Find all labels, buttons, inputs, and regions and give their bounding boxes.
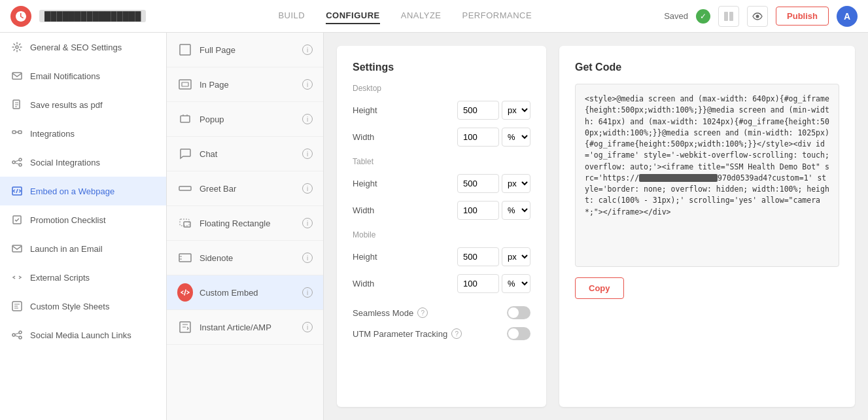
desktop-width-label: Width	[353, 132, 405, 142]
sidebar-item-save-results[interactable]: Save results as pdf	[0, 90, 166, 119]
mid-item-instant-article[interactable]: Instant Article/AMP i	[167, 310, 323, 345]
desktop-height-input-group: px%vh	[457, 101, 530, 120]
sidebar-item-launch-email[interactable]: Launch in an Email	[0, 234, 166, 263]
tablet-height-unit-select[interactable]: px%vh	[502, 174, 530, 193]
svg-rect-4	[12, 73, 22, 79]
tablet-width-unit-select[interactable]: %px	[502, 201, 530, 220]
sidenote-info-icon[interactable]: i	[302, 253, 313, 263]
seamless-mode-info-icon[interactable]: ?	[417, 307, 428, 318]
svg-rect-13	[12, 245, 22, 252]
mid-label-greet-bar: Greet Bar	[200, 184, 236, 194]
mobile-height-input[interactable]	[457, 247, 499, 266]
mobile-width-unit-select[interactable]: %px	[502, 274, 530, 293]
nav-right: Saved ✓ Publish A	[664, 6, 858, 27]
sidebar-label-social-integrations: Social Integrations	[30, 158, 100, 167]
nav-build[interactable]: BUILD	[278, 8, 305, 24]
full-page-info-icon[interactable]: i	[302, 44, 313, 55]
seamless-mode-row: Seamless Mode ?	[353, 306, 530, 319]
svg-rect-25	[179, 254, 191, 262]
mobile-width-input[interactable]	[457, 274, 499, 293]
sidebar-item-embed-webpage[interactable]: Embed on a Webpage	[0, 177, 166, 205]
svg-point-15	[12, 334, 15, 336]
sidebar-item-general-seo[interactable]: General & SEO Settings	[0, 33, 166, 61]
top-nav: ████████████████ BUILD CONFIGURE ANALYZE…	[0, 0, 868, 33]
chat-info-icon[interactable]: i	[302, 149, 313, 159]
mid-panel: Full Page i In Page i Popup i Chat i	[167, 33, 324, 420]
desktop-height-label: Height	[353, 105, 405, 115]
floating-rect-info-icon[interactable]: i	[302, 218, 313, 228]
sidebar-item-promotion-checklist[interactable]: Promotion Checklist	[0, 205, 166, 234]
sidebar-item-integrations[interactable]: Integrations	[0, 119, 166, 148]
scripts-icon	[10, 271, 24, 284]
desktop-width-input[interactable]	[457, 128, 499, 147]
saved-icon: ✓	[696, 9, 710, 24]
svg-point-10	[19, 164, 22, 166]
full-page-icon	[177, 42, 193, 58]
sidebar-label-promotion-checklist: Promotion Checklist	[30, 215, 106, 225]
settings-title: Settings	[353, 61, 530, 73]
custom-embed-icon	[177, 283, 193, 302]
mid-item-greet-bar[interactable]: Greet Bar i	[167, 171, 323, 206]
custom-embed-icon-wrapper	[177, 285, 193, 300]
nav-analyze[interactable]: ANALYZE	[401, 8, 442, 24]
tablet-height-input[interactable]	[457, 174, 499, 193]
in-page-info-icon[interactable]: i	[302, 79, 313, 90]
nav-performance[interactable]: PERFORMANCE	[462, 8, 532, 24]
mid-label-full-page: Full Page	[200, 45, 235, 55]
mobile-width-label: Width	[353, 279, 405, 289]
utm-tracking-info-icon[interactable]: ?	[451, 328, 462, 339]
style-icon	[10, 300, 24, 313]
svg-rect-1	[729, 12, 733, 21]
sidebar-item-email-notifications[interactable]: Email Notifications	[0, 61, 166, 90]
popup-info-icon[interactable]: i	[302, 114, 313, 124]
svg-point-9	[19, 158, 22, 161]
svg-rect-0	[724, 12, 728, 21]
mid-item-full-page[interactable]: Full Page i	[167, 33, 323, 67]
desktop-height-input[interactable]	[457, 101, 499, 120]
chat-icon	[177, 146, 193, 162]
svg-point-16	[19, 331, 22, 334]
app-logo	[10, 6, 31, 27]
mid-item-in-page[interactable]: In Page i	[167, 67, 323, 102]
preview-icon-btn[interactable]	[747, 6, 768, 27]
desktop-section-label: Desktop	[353, 84, 530, 93]
greet-bar-icon	[177, 181, 193, 196]
desktop-width-unit-select[interactable]: %px	[502, 128, 530, 147]
pdf-icon	[10, 98, 24, 111]
sidebar-label-email-notifications: Email Notifications	[30, 71, 100, 81]
instant-article-info-icon[interactable]: i	[302, 322, 313, 332]
toggle-icon-btn[interactable]	[718, 6, 739, 27]
mobile-height-unit-select[interactable]: px%vh	[502, 247, 530, 266]
sidebar-item-social-integrations[interactable]: Social Integrations	[0, 148, 166, 177]
svg-rect-20	[182, 82, 188, 86]
publish-button[interactable]: Publish	[776, 7, 829, 26]
settings-card: Settings Desktop Height px%vh Width %px	[337, 46, 546, 407]
mid-item-popup[interactable]: Popup i	[167, 102, 323, 137]
mid-item-sidenote[interactable]: Sidenote i	[167, 241, 323, 275]
checklist-icon	[10, 213, 24, 226]
desktop-height-row: Height px%vh	[353, 101, 530, 120]
sidebar-item-external-scripts[interactable]: External Scripts	[0, 263, 166, 292]
utm-tracking-row: UTM Parameter Tracking ?	[353, 327, 530, 340]
copy-button[interactable]: Copy	[575, 277, 624, 299]
greet-bar-info-icon[interactable]: i	[302, 183, 313, 194]
mobile-height-label: Height	[353, 252, 405, 262]
code-text-part1: <style>@media screen and (max-width: 640…	[585, 94, 829, 183]
desktop-width-row: Width %px	[353, 128, 530, 147]
user-avatar[interactable]: A	[837, 6, 858, 27]
mid-item-chat[interactable]: Chat i	[167, 137, 323, 171]
mid-item-custom-embed[interactable]: Custom Embed i	[167, 275, 323, 310]
desktop-height-unit-select[interactable]: px%vh	[502, 101, 530, 120]
svg-rect-24	[180, 219, 189, 226]
custom-embed-info-icon[interactable]: i	[302, 287, 313, 298]
tablet-width-input[interactable]	[457, 201, 499, 220]
tablet-section-label: Tablet	[353, 157, 530, 166]
nav-configure[interactable]: CONFIGURE	[326, 8, 380, 24]
seamless-mode-toggle[interactable]	[507, 306, 530, 319]
utm-tracking-toggle[interactable]	[507, 327, 530, 340]
sidebar-item-social-media-launch[interactable]: Social Media Launch Links	[0, 321, 166, 349]
mid-item-floating-rectangle[interactable]: Floating Rectangle i	[167, 206, 323, 241]
sidebar-item-custom-style-sheets[interactable]: Custom Style Sheets	[0, 292, 166, 321]
sidebar-label-social-media-launch: Social Media Launch Links	[30, 330, 131, 340]
svg-point-3	[16, 46, 18, 48]
